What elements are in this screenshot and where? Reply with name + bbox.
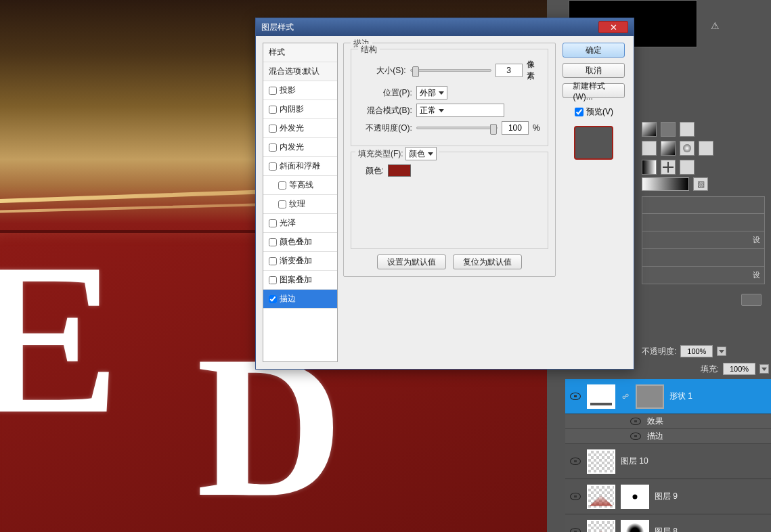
stroke-color-swatch[interactable] — [388, 164, 411, 177]
hue-icon[interactable] — [661, 141, 676, 156]
dialog-titlebar[interactable]: 图层样式 ✕ — [256, 18, 634, 36]
panel-tab-icon[interactable] — [741, 294, 762, 306]
panel-slot[interactable] — [642, 214, 765, 231]
opacity-label: 不透明度: — [642, 346, 676, 357]
size-slider[interactable] — [410, 69, 491, 72]
preview-label: 预览(V) — [586, 106, 613, 118]
style-list-header[interactable]: 样式 — [263, 43, 337, 62]
fx-stroke-row[interactable]: 描边 — [565, 429, 771, 444]
balance-icon[interactable] — [680, 141, 695, 156]
layer-thumb[interactable] — [587, 449, 615, 474]
fill-dropdown-icon[interactable] — [759, 364, 769, 374]
visibility-eye-icon[interactable] — [569, 527, 581, 533]
visibility-eye-icon[interactable] — [569, 457, 581, 466]
levels-icon[interactable] — [661, 122, 676, 137]
opacity-dropdown-icon[interactable] — [717, 347, 726, 356]
style-item[interactable]: 内发光 — [263, 138, 337, 157]
layer-thumb[interactable] — [587, 485, 615, 509]
style-checkbox[interactable] — [269, 295, 277, 303]
fx-label: 效果 — [647, 416, 663, 427]
style-checkbox[interactable] — [269, 238, 277, 246]
layer-name[interactable]: 形状 1 — [669, 391, 692, 402]
fill-label: 填充: — [701, 363, 719, 375]
style-checkbox[interactable] — [269, 219, 277, 227]
style-checkbox[interactable] — [278, 181, 286, 190]
style-item[interactable]: 外发光 — [263, 119, 337, 138]
layer-row[interactable]: 图层 8 — [565, 514, 771, 532]
style-checkbox[interactable] — [269, 143, 277, 152]
style-item[interactable]: 图案叠加 — [263, 271, 337, 290]
style-item[interactable]: 斜面和浮雕 — [263, 157, 337, 176]
gradient-clear-icon[interactable]: ▧ — [693, 177, 708, 191]
style-checkbox[interactable] — [269, 106, 277, 114]
blend-options-row[interactable]: 混合选项:默认 — [263, 62, 337, 81]
fx-sub-row[interactable]: 效果 — [565, 414, 771, 429]
layer-name[interactable]: 图层 10 — [621, 456, 648, 467]
layer-row[interactable]: 图层 10 — [565, 444, 771, 479]
style-checkbox[interactable] — [269, 276, 277, 284]
contrast-icon[interactable] — [642, 122, 657, 137]
structure-legend: 结构 — [358, 44, 380, 56]
dialog-title-text: 图层样式 — [261, 22, 294, 33]
style-item[interactable]: 光泽 — [263, 214, 337, 233]
layer-name[interactable]: 图层 9 — [655, 491, 678, 502]
layer-opacity-input[interactable] — [680, 345, 713, 357]
set-default-button[interactable]: 设置为默认值 — [377, 254, 446, 269]
link-icon[interactable]: ☍ — [621, 392, 630, 401]
threshold-icon[interactable] — [680, 160, 695, 175]
style-item[interactable]: 等高线 — [263, 176, 337, 195]
blendmode-select[interactable]: 正常 — [416, 104, 504, 117]
color-label: 颜色: — [358, 165, 384, 177]
gradient-preview[interactable] — [642, 177, 689, 191]
layer-thumb[interactable] — [587, 384, 615, 409]
new-style-button[interactable]: 新建样式(W)... — [563, 83, 625, 98]
style-item[interactable]: 颜色叠加 — [263, 233, 337, 252]
style-checkbox[interactable] — [269, 257, 277, 265]
layer-mask-thumb[interactable] — [621, 520, 649, 533]
layers-panel: ☍ 形状 1 效果 描边 图层 10 图层 9 图层 8 — [565, 379, 771, 532]
layer-name[interactable]: 图层 8 — [655, 526, 678, 532]
layer-fill-input[interactable] — [723, 363, 755, 375]
stroke-group: 描边 结构 大小(S): 像素 位置(P): 外部 混合模式(B): — [343, 43, 556, 277]
preview-checkbox-row[interactable]: 预览(V) — [575, 106, 613, 118]
bw-icon[interactable] — [699, 141, 713, 156]
style-item[interactable]: 投影 — [263, 81, 337, 100]
panel-slot[interactable]: 设 — [642, 267, 765, 284]
ok-button[interactable]: 确定 — [563, 43, 625, 58]
filltype-select[interactable]: 颜色 — [405, 147, 437, 160]
close-button[interactable]: ✕ — [598, 21, 628, 33]
opacity-input[interactable] — [502, 121, 529, 135]
panel-slot[interactable] — [642, 249, 765, 267]
selective-color-icon[interactable] — [661, 160, 676, 175]
visibility-eye-icon[interactable] — [630, 432, 642, 441]
reset-default-button[interactable]: 复位为默认值 — [453, 254, 522, 269]
style-list: 样式 混合选项:默认 投影 内阴影 外发光 内发光 斜面和浮雕 等高线 纹理 光… — [263, 43, 338, 362]
curves-icon[interactable] — [680, 122, 695, 137]
layer-mask-thumb[interactable] — [621, 485, 649, 509]
visibility-eye-icon[interactable] — [569, 392, 581, 401]
panel-slot[interactable] — [642, 196, 765, 214]
layer-row[interactable]: 图层 9 — [565, 479, 771, 514]
exposure-icon[interactable] — [642, 141, 657, 156]
layer-thumb[interactable] — [587, 520, 615, 533]
opacity-slider[interactable] — [416, 127, 498, 129]
layer-row-selected[interactable]: ☍ 形状 1 — [565, 379, 771, 414]
blendmode-label: 混合模式(B): — [358, 105, 412, 116]
style-item[interactable]: 内阴影 — [263, 100, 337, 119]
gradient-map-icon[interactable] — [642, 160, 657, 175]
preview-checkbox[interactable] — [575, 108, 583, 116]
visibility-eye-icon[interactable] — [569, 492, 581, 502]
style-item[interactable]: 纹理 — [263, 195, 337, 214]
cancel-button[interactable]: 取消 — [563, 63, 625, 78]
panel-slot[interactable]: 设 — [642, 231, 765, 249]
style-checkbox[interactable] — [278, 200, 286, 208]
size-input[interactable] — [495, 64, 523, 77]
style-item-stroke[interactable]: 描边 — [263, 290, 337, 309]
style-checkbox[interactable] — [269, 125, 277, 133]
position-select[interactable]: 外部 — [416, 86, 447, 99]
style-checkbox[interactable] — [269, 87, 277, 95]
style-item[interactable]: 渐变叠加 — [263, 252, 337, 271]
vector-mask-thumb[interactable] — [636, 384, 664, 409]
visibility-eye-icon[interactable] — [630, 417, 642, 426]
style-checkbox[interactable] — [269, 162, 277, 171]
